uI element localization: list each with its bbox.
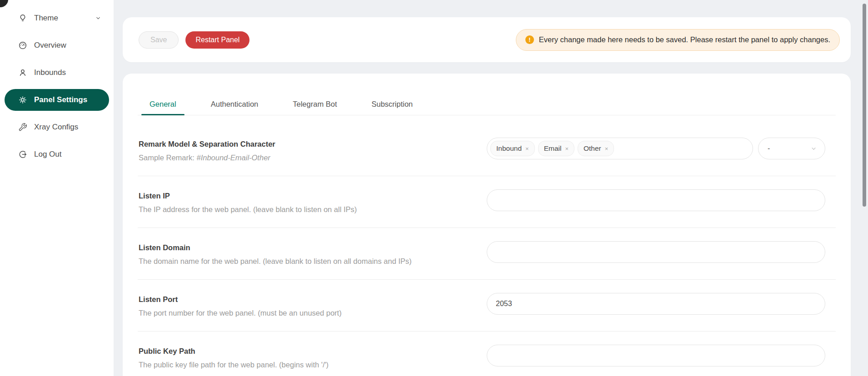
restart-panel-button[interactable]: Restart Panel — [185, 31, 249, 49]
sidebar-item-label: Log Out — [34, 150, 62, 159]
setting-description: The port number for the web panel. (must… — [139, 309, 342, 317]
setting-description: The IP address for the web panel. (leave… — [139, 205, 357, 214]
main-content: Save Restart Panel ! Every change made h… — [123, 0, 851, 376]
settings-row-listen-domain: Listen DomainThe domain name for the web… — [138, 228, 836, 280]
warning-icon: ! — [525, 35, 534, 44]
alert-text: Every change made here needs to be saved… — [539, 35, 830, 44]
tag-label: Inbound — [496, 144, 522, 153]
separator-select[interactable]: - — [758, 138, 825, 159]
public-key-path-input[interactable] — [487, 345, 825, 366]
setting-control — [487, 241, 836, 263]
sidebar-item-theme[interactable]: Theme — [5, 7, 109, 29]
tab-authentication[interactable]: Authentication — [203, 99, 267, 115]
dashboard-icon — [18, 41, 27, 50]
sidebar-item-inbounds[interactable]: Inbounds — [5, 62, 109, 84]
settings-row-listen-ip: Listen IPThe IP address for the web pane… — [138, 176, 836, 228]
toolbar-card: Save Restart Panel ! Every change made h… — [123, 17, 851, 62]
setting-info: Remark Model & Separation CharacterSampl… — [138, 138, 275, 162]
sidebar-item-label: Overview — [34, 41, 66, 50]
tab-bar: GeneralAuthenticationTelegram BotSubscri… — [138, 74, 836, 115]
separator-select-value: - — [768, 144, 770, 153]
logout-icon — [18, 150, 27, 159]
setting-description: The public key file path for the web pan… — [139, 361, 329, 369]
tag-inbound: Inbound× — [490, 141, 535, 156]
sidebar-item-log-out[interactable]: Log Out — [5, 143, 109, 165]
setting-info: Public Key PathThe public key file path … — [138, 345, 329, 369]
user-icon — [18, 68, 27, 77]
setting-title: Listen IP — [139, 192, 357, 200]
tab-general[interactable]: General — [141, 99, 185, 115]
settings-rows: Remark Model & Separation CharacterSampl… — [137, 115, 836, 376]
setting-title: Listen Domain — [139, 243, 412, 252]
settings-row-public-key-path: Public Key PathThe public key file path … — [138, 331, 836, 376]
chevron-down-icon — [95, 15, 102, 22]
sidebar-item-label: Inbounds — [34, 68, 66, 77]
restart-warning-alert: ! Every change made here needs to be sav… — [516, 29, 840, 51]
setting-info: Listen IPThe IP address for the web pane… — [138, 189, 357, 214]
scrollbar-thumb[interactable] — [863, 4, 866, 207]
sidebar-item-panel-settings[interactable]: Panel Settings — [5, 89, 109, 111]
settings-row-listen-port: Listen PortThe port number for the web p… — [138, 280, 836, 331]
tag-label: Email — [544, 144, 562, 153]
tag-close-icon[interactable]: × — [525, 146, 529, 152]
setting-description-text: Sample Remark: — [139, 153, 196, 162]
setting-title: Remark Model & Separation Character — [139, 140, 275, 148]
setting-info: Listen DomainThe domain name for the web… — [138, 241, 412, 266]
setting-control — [487, 189, 836, 211]
listen-ip-input[interactable] — [487, 189, 825, 211]
setting-title: Public Key Path — [139, 347, 329, 356]
lightbulb-icon — [18, 14, 27, 23]
tag-label: Other — [584, 144, 601, 153]
settings-card: GeneralAuthenticationTelegram BotSubscri… — [123, 74, 851, 376]
tag-email: Email× — [538, 141, 574, 156]
chevron-down-icon — [810, 145, 818, 153]
sidebar-nav: ThemeOverviewInboundsPanel SettingsXray … — [0, 0, 114, 165]
listen-port-input[interactable] — [487, 293, 825, 315]
tag-close-icon[interactable]: × — [605, 146, 609, 152]
sidebar: ThemeOverviewInboundsPanel SettingsXray … — [0, 0, 114, 376]
setting-description: Sample Remark: #Inbound-Email-Other — [139, 153, 275, 162]
tab-subscription[interactable]: Subscription — [364, 99, 421, 115]
save-button[interactable]: Save — [139, 31, 179, 49]
gear-icon — [18, 95, 27, 104]
setting-description: The domain name for the web panel. (leav… — [139, 257, 412, 266]
setting-control — [487, 293, 836, 315]
tag-other: Other× — [578, 141, 614, 156]
wrench-icon — [18, 123, 27, 132]
setting-info: Listen PortThe port number for the web p… — [138, 293, 342, 317]
remark-tags-input[interactable]: Inbound×Email×Other× — [487, 138, 753, 159]
sidebar-item-overview[interactable]: Overview — [5, 35, 109, 56]
tag-close-icon[interactable]: × — [565, 146, 569, 152]
sidebar-item-label: Panel Settings — [34, 95, 87, 104]
settings-row-remark-model-separation-character: Remark Model & Separation CharacterSampl… — [138, 124, 836, 176]
sidebar-item-xray-configs[interactable]: Xray Configs — [5, 116, 109, 138]
listen-domain-input[interactable] — [487, 241, 825, 263]
setting-control — [487, 345, 836, 366]
sample-remark-value: #Inbound-Email-Other — [196, 153, 270, 162]
sidebar-item-label: Theme — [34, 14, 58, 23]
tab-telegram-bot[interactable]: Telegram Bot — [284, 99, 345, 115]
sidebar-item-label: Xray Configs — [34, 123, 78, 132]
setting-control: Inbound×Email×Other×- — [487, 138, 836, 159]
setting-title: Listen Port — [139, 295, 342, 304]
